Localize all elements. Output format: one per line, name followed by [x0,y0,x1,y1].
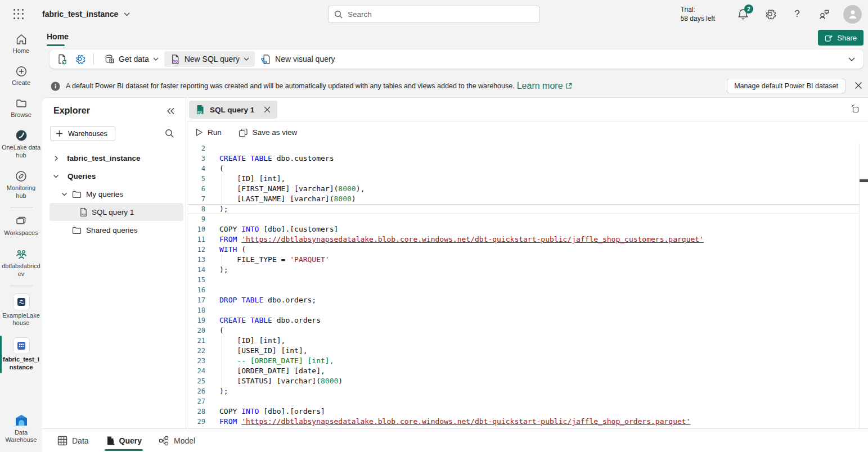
code-line[interactable]: 27 [187,396,859,406]
collapse-panel-icon[interactable] [167,107,174,115]
onelake-icon [15,129,28,142]
code-line[interactable]: 8); [187,204,859,214]
help-button[interactable]: ? [791,8,803,20]
code-line[interactable]: 4( [187,164,859,174]
line-number: 8 [187,204,205,214]
new-sql-query-button[interactable]: SQL New SQL query [164,51,255,67]
code-line[interactable]: 12WITH ( [187,245,859,255]
search-input[interactable]: Search [328,6,540,23]
line-number: 21 [187,336,205,346]
settings-button[interactable] [764,8,776,20]
ribbon-toolbar: Get data SQL New SQL query New visual qu… [50,49,863,69]
code-line[interactable]: 25 [STATUS] [varchar](8000) [187,376,859,386]
rail-item-home[interactable]: Home [0,28,42,60]
refresh-dataset-button[interactable] [53,51,71,67]
code-line[interactable]: 11FROM 'https://dbtlabsynapsedatalake.bl… [187,234,859,245]
explorer-search-icon[interactable] [165,129,174,138]
code-line[interactable]: 17DROP TABLE dbo.orders; [187,295,859,305]
line-number: 13 [187,255,205,265]
code-line[interactable]: 6 [FIRST_NAME] [varchar](8000), [187,184,859,194]
workspace-switcher[interactable]: fabric_test_instance [42,0,130,28]
banner-close-icon[interactable] [854,82,862,89]
line-number: 19 [187,315,205,326]
tab-home[interactable]: Home [47,32,69,41]
banner-message: A default Power BI dataset for faster re… [66,82,515,90]
code-line[interactable]: 10COPY INTO [dbo].[customers] [187,224,859,234]
code-line[interactable]: 19CREATE TABLE dbo.orders [187,315,859,326]
save-as-view-button[interactable]: Save as view [239,128,298,137]
rail-item-onelake-data-hub[interactable]: OneLake data hub [0,124,42,165]
rail-item-create[interactable]: Create [0,60,42,92]
code-line[interactable]: 20( [187,326,859,336]
notifications-button[interactable]: 2 [737,8,749,20]
code-line[interactable]: 16 [187,285,859,295]
rail-item-workspaces[interactable]: Workspaces [0,210,42,242]
copy-icon[interactable] [850,104,860,114]
chevron-down-icon [153,57,159,61]
code-line[interactable]: 26); [187,386,859,396]
line-number: 27 [187,396,205,406]
rail-item-fabric-test-instance[interactable]: fabric_test_instance [0,332,42,377]
code-line[interactable]: 22 [USER_ID] [int], [187,346,859,356]
tree-item-queries[interactable]: Queries [42,167,186,185]
code-line[interactable]: 21 [ID] [int], [187,336,859,346]
learn-more-link[interactable]: Learn more [517,81,572,91]
code-line[interactable]: 13 FILE_TYPE = 'PARQUET' [187,255,859,265]
avatar[interactable] [843,5,862,24]
code-line[interactable]: 14); [187,265,859,275]
code-line[interactable]: 23 -- [ORDER_DATE] [int], [187,356,859,366]
line-number: 17 [187,295,205,305]
visual-query-icon [260,54,271,65]
code-line[interactable]: 5 [ID] [int], [187,174,859,184]
rail-item-monitoring-hub[interactable]: Monitoring hub [0,165,42,205]
query-tab-sql-query-1[interactable]: SQL SQL query 1 [189,101,277,119]
tree-item-shared-queries[interactable]: Shared queries [42,221,186,239]
code-line[interactable]: 28COPY INTO [dbo].[orders] [187,406,859,417]
code-line[interactable]: 2 [187,143,859,153]
tab-data[interactable]: Data [56,429,90,452]
info-icon [51,82,60,91]
rail-item-browse[interactable]: Browse [0,92,42,124]
ribbon-expand-chevron[interactable] [843,51,860,67]
scrollbar-marker[interactable] [860,179,868,182]
code-line[interactable]: 3CREATE TABLE dbo.customers [187,153,859,164]
manage-default-dataset-button[interactable]: Manage default Power BI dataset [727,79,845,93]
tree-item-sql-query-1[interactable]: SQL SQL query 1 [50,203,183,221]
tree-item-my-queries[interactable]: My queries [42,185,186,203]
app-launcher-icon[interactable] [12,8,25,20]
new-visual-query-button[interactable]: New visual query [255,51,341,67]
query-doc-icon [106,436,115,446]
folder-icon [72,190,82,198]
feedback-button[interactable] [818,8,830,20]
get-data-button[interactable]: Get data [98,51,164,67]
line-number: 6 [187,184,205,194]
code-line[interactable]: 29FROM 'https://dbtlabsynapsedatalake.bl… [187,417,859,427]
workspaces-icon [15,215,28,228]
run-button[interactable]: Run [195,128,222,137]
ribbon-settings-button[interactable] [71,51,89,67]
code-line[interactable]: 9 [187,214,859,224]
code-line[interactable]: 18 [187,305,859,315]
data-grid-icon [57,436,68,446]
database-icon [104,54,115,65]
explorer-panel: Explorer Warehouses fabric_test_instance… [42,98,186,428]
rail-item-dbtlabsfabricdev[interactable]: dbtlabsfabricdev [0,242,42,283]
info-banner: A default Power BI dataset for faster re… [42,75,868,97]
play-icon [195,128,203,137]
home-icon [15,33,28,46]
new-warehouses-button[interactable]: Warehouses [50,126,115,141]
sql-editor[interactable]: 23CREATE TABLE dbo.customers4(5 [ID] [in… [187,143,868,428]
tab-model[interactable]: Model [158,429,196,452]
line-number: 20 [187,326,205,336]
code-line[interactable]: 15 [187,275,859,285]
close-tab-icon[interactable] [264,106,271,113]
rail-item-data-warehouse[interactable]: Data Warehouse [0,409,42,452]
line-number: 16 [187,285,205,295]
tree-item-warehouse[interactable]: fabric_test_instance [42,149,186,167]
code-line[interactable]: 7 [LAST_NAME] [varchar](8000) [187,194,859,204]
explorer-tree: fabric_test_instance Queries My queries … [42,149,186,239]
share-button[interactable]: Share [818,30,863,46]
code-line[interactable]: 24 [ORDER_DATE] [date], [187,366,859,376]
rail-item-examplelakehouse[interactable]: ExampleLakehouse [0,288,42,333]
tab-query[interactable]: Query [105,429,143,452]
